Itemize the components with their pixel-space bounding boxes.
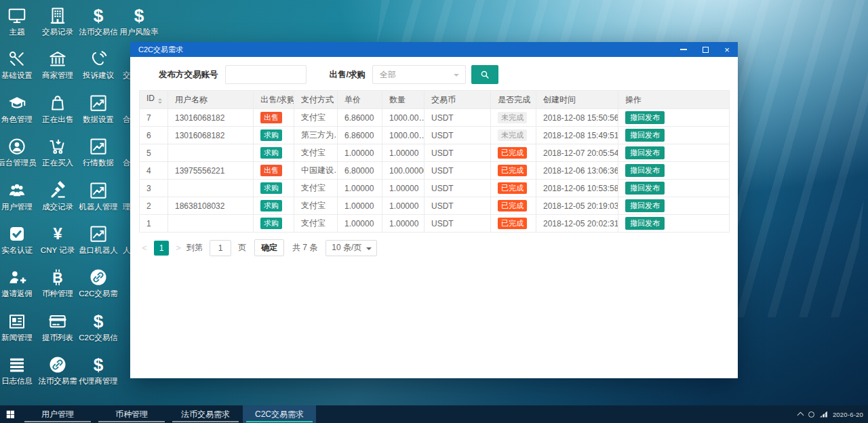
sort-icon[interactable] <box>158 96 162 106</box>
desktop-icon-label: 主题 <box>0 28 37 37</box>
desktop-icon[interactable]: 盘口机器人 <box>78 224 119 255</box>
cell-price: 1.00000 <box>338 144 382 162</box>
search-toolbar: 发布方交易账号 出售/求购 全部 <box>130 57 738 90</box>
taskbar-item[interactable]: C2C交易需求 <box>243 405 316 423</box>
link-circle-icon <box>37 355 78 376</box>
desktop-icon-label: 新闻管理 <box>0 334 37 342</box>
dollar-icon: $ <box>78 311 119 333</box>
desktop-icon[interactable]: 角色管理 <box>0 93 37 124</box>
window-titlebar[interactable]: C2C交易需求 × <box>130 42 738 57</box>
table-row: 2 18638108032 求购 支付宝 1.00000 1.00000 USD… <box>140 197 730 215</box>
cart-icon <box>37 136 78 158</box>
cell-action: 撤回发布 <box>618 127 730 144</box>
desktop-icon[interactable]: 商家管理 <box>37 49 78 80</box>
desktop-icon[interactable]: 行情数据 <box>78 136 119 167</box>
cell-price: 6.80000 <box>338 162 382 180</box>
withdraw-publish-button[interactable]: 撤回发布 <box>625 111 665 124</box>
withdraw-publish-button[interactable]: 撤回发布 <box>625 182 665 195</box>
desktop-icon-partial-label[interactable]: 理 <box>123 202 131 212</box>
tray-network-icon[interactable] <box>808 411 814 418</box>
withdraw-publish-button[interactable]: 撤回发布 <box>625 146 665 159</box>
svg-text:B: B <box>52 270 62 286</box>
desktop-icon[interactable]: 提币列表 <box>37 311 78 342</box>
cell-time: 2018-12-06 13:06:36 <box>536 162 618 180</box>
desktop-icon-partial-label[interactable]: 合 <box>123 115 131 125</box>
withdraw-publish-button[interactable]: 撤回发布 <box>625 164 665 177</box>
table-row: 4 13975556221 出售 中国建设… 6.80000 100.00000… <box>140 162 730 180</box>
cell-status: 未完成 <box>491 127 536 144</box>
maximize-button[interactable] <box>694 42 716 57</box>
desktop-icon[interactable]: 交易记录 <box>37 5 78 37</box>
desktop-icon[interactable]: 投诉建议 <box>78 49 119 80</box>
cell-qty: 1.00000 <box>382 197 425 215</box>
desktop-icon[interactable]: $ C2C交易信 <box>78 311 119 342</box>
prev-page-button[interactable]: < <box>139 243 150 253</box>
desktop-icon[interactable]: 邀请返佣 <box>0 267 37 298</box>
type-badge: 求购 <box>260 200 282 212</box>
desktop-icon[interactable]: 用户管理 <box>0 180 37 212</box>
cell-qty: 1.00000 <box>382 180 425 197</box>
taskbar-item[interactable]: 用户管理 <box>21 405 94 423</box>
desktop-icon-partial-label[interactable]: 人 <box>123 245 131 256</box>
newspaper-icon <box>0 311 37 333</box>
taskbar-item[interactable]: 币种管理 <box>95 405 168 423</box>
monitor-icon <box>0 5 37 27</box>
person-plus-icon <box>0 267 37 289</box>
desktop-icon-label: 币种管理 <box>37 289 78 298</box>
taskbar: 用户管理币种管理法币交易需求C2C交易需求 2020-6-20 <box>0 405 868 423</box>
search-icon <box>479 69 490 80</box>
cell-user <box>168 180 254 197</box>
desktop-icon[interactable]: 成交记录 <box>37 180 78 212</box>
table-row: 5 求购 支付宝 1.00000 1.00000 USDT 已完成 2018-1… <box>140 144 730 162</box>
cell-user <box>168 215 254 233</box>
tray-chevron-icon[interactable] <box>797 412 804 419</box>
type-badge: 求购 <box>260 129 282 141</box>
desktop-icon[interactable]: $ 法币交易信 <box>78 5 119 37</box>
desktop-icon-label: 后台管理员 <box>0 159 37 167</box>
confirm-button[interactable]: 确定 <box>254 239 284 256</box>
desktop-icon[interactable]: 日志信息 <box>0 355 37 386</box>
page-number-button[interactable]: 1 <box>154 241 169 256</box>
withdraw-publish-button[interactable]: 撤回发布 <box>625 217 665 230</box>
type-select[interactable]: 全部 <box>372 65 466 84</box>
next-page-button[interactable]: > <box>173 243 184 253</box>
goto-page-input[interactable] <box>210 240 231 256</box>
svg-text:¥: ¥ <box>53 224 62 243</box>
cell-time: 2018-12-05 20:19:03 <box>536 197 618 215</box>
withdraw-publish-button[interactable]: 撤回发布 <box>625 199 665 212</box>
desktop-icon[interactable]: 正在出售 <box>37 93 78 124</box>
close-button[interactable]: × <box>716 42 738 57</box>
start-button[interactable] <box>0 405 20 423</box>
desktop-icon-label: 提币列表 <box>37 334 78 342</box>
desktop-icon[interactable]: 法币交易需 <box>37 355 78 386</box>
desktop-icon-label: 机器人管理 <box>78 203 119 212</box>
desktop-icon[interactable]: 机器人管理 <box>78 180 119 212</box>
total-count-label: 共 7 条 <box>292 242 317 254</box>
withdraw-publish-button[interactable]: 撤回发布 <box>625 129 665 142</box>
desktop-icon[interactable]: 基础设置 <box>0 49 37 80</box>
account-input[interactable] <box>225 65 307 84</box>
column-header-id[interactable]: ID <box>140 91 168 109</box>
tray-clock[interactable]: 2020-6-20 <box>833 411 863 418</box>
desktop-icon-partial-label[interactable]: 合 <box>123 158 131 168</box>
chart-icon <box>78 93 119 115</box>
desktop-icon[interactable]: 后台管理员 <box>0 136 37 167</box>
desktop-icon[interactable]: 主题 <box>0 5 37 37</box>
desktop-icon[interactable]: $ 用户风险率 <box>119 5 159 37</box>
desktop-icon[interactable]: 数据设置 <box>78 93 119 124</box>
desktop-icon[interactable]: ¥ CNY 记录 <box>37 224 78 255</box>
desktop-icon[interactable]: C2C交易需 <box>78 267 119 298</box>
desktop-icon[interactable]: 正在买入 <box>37 136 78 167</box>
search-button[interactable] <box>471 65 498 84</box>
desktop-icon-label: 日志信息 <box>0 377 37 386</box>
desktop-icon[interactable]: 新闻管理 <box>0 311 37 342</box>
desktop-icon[interactable]: 实名认证 <box>0 224 37 255</box>
minimize-button[interactable] <box>673 42 694 57</box>
tray-signal-icon[interactable] <box>820 411 827 418</box>
desktop-icon-partial-label[interactable]: 交 <box>123 70 131 81</box>
desktop-icon[interactable]: B 币种管理 <box>37 267 78 298</box>
desktop-icon[interactable]: $ 代理商管理 <box>78 355 119 386</box>
cell-type: 求购 <box>254 144 294 162</box>
taskbar-item[interactable]: 法币交易需求 <box>169 405 242 423</box>
page-size-select[interactable]: 10 条/页 <box>326 240 377 256</box>
